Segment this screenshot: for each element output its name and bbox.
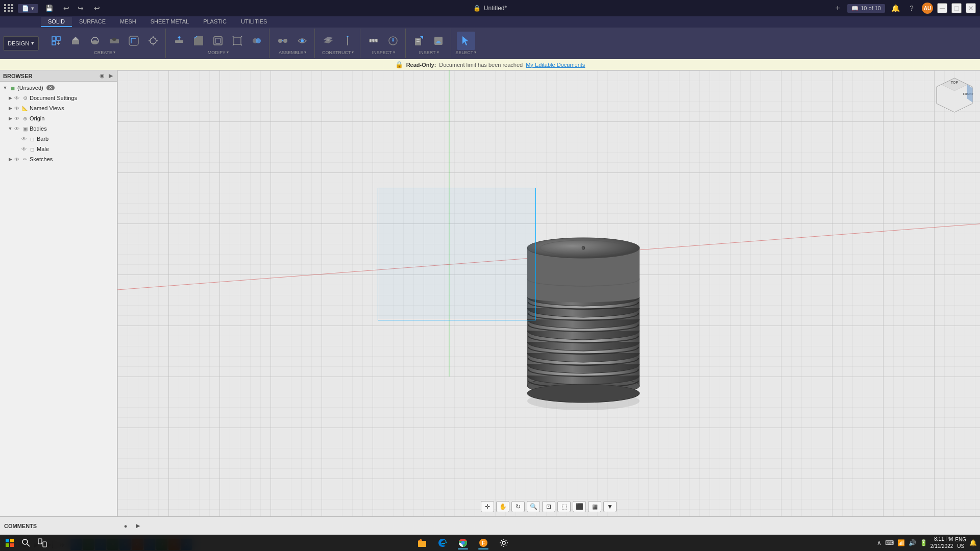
viewport[interactable]: TOP FRONT ✛ ✋ ↻ 🔍 ⊡ ⬚ ⬛ ▦ ▼	[117, 70, 980, 516]
undo-button[interactable]: ↩	[60, 2, 72, 14]
search-button[interactable]	[18, 535, 34, 550]
maximize-button[interactable]: □	[951, 3, 962, 13]
offset-plane-button[interactable]	[319, 32, 337, 50]
axis-button[interactable]	[338, 32, 357, 50]
taskbar-app-fusion[interactable]: F	[474, 535, 493, 550]
tray-wifi-icon[interactable]: 📶	[896, 538, 906, 547]
start-button[interactable]	[2, 535, 17, 550]
new-component-button[interactable]	[47, 32, 65, 50]
comments-panel-button[interactable]: ▶	[133, 521, 143, 531]
shell-button[interactable]	[209, 32, 227, 50]
undo-extra-button[interactable]: ↩	[91, 2, 103, 14]
tree-item-bodies[interactable]: ▼ 👁 ▣ Bodies	[0, 123, 117, 134]
svg-point-25	[256, 38, 261, 43]
svg-text:F: F	[482, 540, 485, 546]
tab-solid[interactable]: SOLID	[41, 17, 72, 27]
display-mode-button[interactable]: ⬛	[573, 501, 586, 512]
tab-utilities[interactable]: UTILITIES	[234, 17, 274, 27]
decal-button[interactable]	[429, 32, 448, 50]
save-button[interactable]: 💾	[42, 4, 56, 13]
insert-derive-button[interactable]	[410, 32, 428, 50]
clock-display[interactable]: 8:11 PM 2/11/2022	[930, 536, 953, 550]
tab-sheet-metal[interactable]: SHEET METAL	[143, 17, 196, 27]
new-tab-button[interactable]: +	[832, 3, 843, 14]
revolve-button[interactable]	[86, 32, 104, 50]
fillet-button[interactable]	[125, 32, 143, 50]
svg-point-7	[91, 40, 99, 44]
browser-expand-button[interactable]: ▶	[108, 72, 114, 79]
tree-item-doc-settings[interactable]: ▶ 👁 ⚙ Document Settings	[0, 93, 117, 103]
tree-label-male: Male	[37, 146, 49, 152]
move-button[interactable]	[144, 32, 162, 50]
view-perspective-button[interactable]: ⬚	[557, 501, 571, 512]
viewport-bottom-toolbar: ✛ ✋ ↻ 🔍 ⊡ ⬚ ⬛ ▦ ▼	[481, 501, 617, 512]
comments-collapse-button[interactable]: ●	[120, 521, 131, 531]
design-dropdown[interactable]: DESIGN ▾	[3, 36, 39, 51]
orbit-button[interactable]: ↻	[511, 501, 525, 512]
tree-item-named-views[interactable]: ▶ 👁 📐 Named Views	[0, 103, 117, 113]
assemble-label[interactable]: ASSEMBLE ▾	[279, 50, 307, 55]
tray-volume-icon[interactable]: 🔊	[908, 538, 917, 547]
taskbar-app-settings[interactable]	[494, 535, 513, 550]
modify-label[interactable]: MODIFY ▾	[208, 50, 229, 55]
minimize-button[interactable]: ─	[937, 3, 947, 13]
cursor-mode-button[interactable]: ✛	[481, 501, 494, 512]
extrude-button[interactable]	[66, 32, 85, 50]
notifications-icon-btn[interactable]: 🔔	[889, 2, 901, 14]
tab-surface[interactable]: SURFACE	[72, 17, 113, 27]
tree-icon-bodies: ▣	[21, 125, 29, 132]
eye-icon-male: 👁	[21, 146, 27, 152]
notification-center-icon[interactable]: 🔔	[968, 538, 978, 547]
file-menu-button[interactable]: 📄 ▾	[18, 4, 38, 13]
press-pull-button[interactable]	[170, 32, 188, 50]
help-button[interactable]: ?	[905, 2, 918, 14]
motion-link-button[interactable]	[293, 32, 311, 50]
combine-button[interactable]	[248, 32, 266, 50]
redo-button[interactable]: ↪	[75, 2, 87, 14]
zoom-button[interactable]: 🔍	[527, 501, 540, 512]
apps-icon[interactable]	[4, 4, 14, 12]
more-viewport-button[interactable]: ▼	[603, 501, 617, 512]
comments-controls: ● ▶	[120, 521, 143, 531]
tray-keyboard-icon[interactable]: ⌨	[884, 538, 895, 547]
readonly-lock-icon: 🔒	[395, 61, 403, 68]
visual-style-button[interactable]: ▦	[588, 501, 601, 512]
create-label[interactable]: CREATE ▾	[94, 50, 115, 55]
tab-plastic[interactable]: PLASTIC	[196, 17, 234, 27]
taskbar-app-chrome[interactable]	[453, 535, 473, 550]
eye-icon-sketches: 👁	[14, 157, 19, 162]
select-label[interactable]: SELECT ▾	[455, 50, 476, 55]
task-view-button[interactable]	[35, 535, 50, 550]
tray-up-arrow[interactable]: ∧	[876, 538, 883, 547]
browser-collapse-button[interactable]: ◉	[99, 72, 106, 79]
user-avatar-button[interactable]: AU	[922, 3, 933, 14]
joint-button[interactable]	[274, 32, 292, 50]
tree-item-barb[interactable]: ▶ 👁 ◻ Barb	[0, 134, 117, 144]
taskbar-app-explorer[interactable]	[412, 535, 432, 550]
close-button[interactable]: ✕	[966, 3, 976, 13]
tree-item-root[interactable]: ▼ ◼ (Unsaved) ✕	[0, 83, 117, 93]
pan-button[interactable]: ✋	[496, 501, 509, 512]
tree-item-sketches[interactable]: ▶ 👁 ✏ Sketches	[0, 154, 117, 164]
hole-button[interactable]	[105, 32, 124, 50]
browser-tree: ▼ ◼ (Unsaved) ✕ ▶ 👁 ⚙ Document Settings …	[0, 82, 117, 516]
construct-label[interactable]: CONSTRUCT ▾	[322, 50, 354, 55]
measure-button[interactable]	[364, 32, 383, 50]
tab-mesh[interactable]: MESH	[113, 17, 143, 27]
fit-button[interactable]: ⊡	[542, 501, 555, 512]
tree-item-male[interactable]: ▶ 👁 ◻ Male	[0, 144, 117, 154]
scale-button[interactable]	[228, 32, 247, 50]
tree-item-origin[interactable]: ▶ 👁 ⊕ Origin	[0, 113, 117, 123]
inspect-group: INSPECT ▾	[361, 29, 406, 58]
select-button[interactable]	[457, 32, 475, 50]
view-cube[interactable]: TOP FRONT	[934, 76, 975, 116]
taskbar-app-edge[interactable]	[433, 535, 452, 550]
svg-rect-69	[10, 543, 14, 547]
editable-documents-link[interactable]: My Editable Documents	[526, 62, 585, 68]
tree-icon-named-views: 📐	[21, 105, 29, 112]
analysis-button[interactable]	[384, 32, 402, 50]
insert-label[interactable]: INSERT ▾	[419, 50, 439, 55]
inspect-label[interactable]: INSPECT ▾	[372, 50, 395, 55]
create-dropdown-arrow: ▾	[113, 50, 115, 55]
chamfer-button[interactable]	[189, 32, 208, 50]
